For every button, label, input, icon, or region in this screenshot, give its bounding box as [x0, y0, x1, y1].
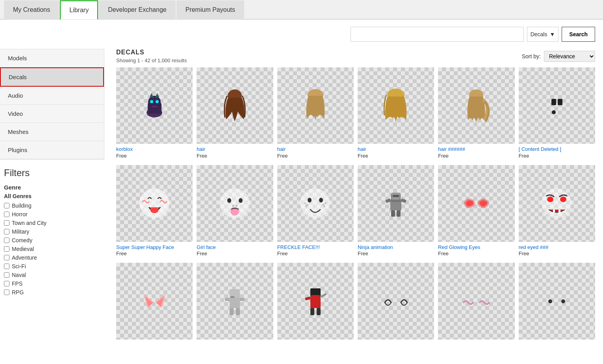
item-price-hair4: Free — [438, 153, 514, 159]
item-card-hair2[interactable]: hair Free — [277, 67, 354, 159]
genre-label-medieval: Medieval — [12, 246, 34, 252]
genre-label-adventure: Adventure — [12, 254, 37, 261]
genre-checkbox-building[interactable] — [4, 203, 9, 208]
thumbnail-hair3 — [358, 67, 434, 144]
item-card-korblox[interactable]: korblox Free — [116, 67, 193, 159]
svg-point-6 — [156, 100, 159, 103]
item-price-hair3: Free — [358, 153, 434, 159]
genre-checkbox-military[interactable] — [4, 229, 9, 234]
item-card-ninja[interactable]: Ninja animation Free — [358, 165, 434, 256]
item-name-hair2: hair — [277, 146, 354, 153]
item-card-hair1[interactable]: hair Free — [197, 67, 273, 159]
genre-item-scifi: Sci-Fi — [4, 263, 100, 269]
item-card-hair4[interactable]: hair ###### Free — [438, 67, 514, 159]
item-card-squint-pink[interactable] — [438, 263, 514, 342]
sidebar-item-decals[interactable]: Decals — [0, 67, 104, 87]
ninja2-image — [302, 284, 329, 318]
genre-checkbox-scifi[interactable] — [4, 264, 9, 269]
item-price-red-eyes: Free — [438, 251, 514, 256]
item-name-content-deleted: [ Content Deleted ] — [519, 146, 595, 153]
item-card-hair3[interactable]: hair Free — [358, 67, 434, 159]
tab-my-creations[interactable]: My Creations — [4, 0, 59, 19]
genre-checkbox-medieval[interactable] — [4, 246, 9, 252]
tab-developer-exchange[interactable]: Developer Exchange — [99, 0, 176, 19]
item-card-ninja2[interactable] — [277, 263, 354, 342]
sidebar-item-audio[interactable]: Audio — [0, 87, 104, 105]
tab-premium-payouts[interactable]: Premium Payouts — [176, 0, 244, 19]
thumbnail-red-eyes — [438, 165, 514, 241]
item-card-cat-ears[interactable] — [116, 263, 193, 342]
svg-point-14 — [552, 110, 556, 114]
item-card-eyes-dots[interactable] — [519, 263, 595, 342]
eyes-dot-image — [545, 92, 569, 119]
ninja-image — [380, 186, 412, 221]
sidebar-item-meshes[interactable]: Meshes — [0, 123, 104, 141]
svg-rect-36 — [391, 210, 395, 217]
svg-rect-12 — [551, 99, 556, 105]
category-select[interactable]: Decals ▼ — [527, 27, 559, 42]
item-card-happy-face[interactable]: Super Super Happy Face Free — [116, 165, 193, 256]
svg-rect-61 — [236, 308, 240, 315]
item-price-happy-face: Free — [116, 251, 193, 256]
item-name-girl-face: Girl face — [197, 244, 273, 251]
genre-checkbox-fps[interactable] — [4, 281, 9, 286]
items-grid-row1: korblox Free hair Free — [116, 67, 595, 159]
svg-point-16 — [150, 208, 158, 213]
item-price-content-deleted: Free — [519, 153, 595, 159]
item-card-eyes-simple[interactable] — [358, 263, 434, 342]
main-layout: Models Decals Audio Video Meshes Plugins… — [0, 49, 603, 350]
genre-checkbox-naval[interactable] — [4, 272, 9, 278]
svg-rect-59 — [230, 298, 240, 308]
thumbnail-content-deleted — [519, 67, 595, 144]
chevron-down-icon: ▼ — [549, 31, 555, 37]
item-card-girl-face[interactable]: Girl face Free — [197, 165, 273, 256]
hair-brown-image — [220, 88, 250, 123]
svg-rect-35 — [393, 195, 399, 197]
squint-pink-image — [460, 292, 493, 311]
item-card-block-figure[interactable] — [197, 263, 273, 342]
genre-checkbox-town-and-city[interactable] — [4, 220, 9, 226]
genre-checkbox-horror[interactable] — [4, 212, 9, 217]
thumbnail-eyes-dots — [519, 263, 595, 339]
sidebar-item-models[interactable]: Models — [0, 49, 104, 67]
item-card-red-eyed-angry[interactable]: red eyed ### Free — [519, 165, 595, 256]
genre-item-fps: FPS — [4, 280, 100, 287]
item-name-red-eyed-angry: red eyed ### — [519, 244, 595, 251]
red-eyed-angry-image — [540, 187, 573, 220]
sort-select[interactable]: Relevance Most Taken Newest Updated — [544, 51, 595, 62]
content-area: DECALS Showing 1 - 42 of 1,000 results S… — [104, 49, 603, 350]
genre-label-horror: Horror — [12, 211, 28, 217]
svg-rect-68 — [317, 308, 321, 315]
svg-point-18 — [227, 198, 231, 203]
top-nav: My Creations Library Developer Exchange … — [0, 0, 603, 19]
genre-label-rpg: RPG — [12, 289, 24, 295]
svg-rect-65 — [305, 297, 311, 301]
item-price-ninja: Free — [358, 251, 434, 256]
item-card-freckle-face[interactable]: FRECKLE FACE!!! Free — [277, 165, 354, 256]
sidebar-item-plugins[interactable]: Plugins — [0, 141, 104, 159]
sidebar: Models Decals Audio Video Meshes Plugins… — [0, 49, 104, 350]
filters-section: Filters Genre All Genres Building Horror… — [0, 160, 104, 302]
genre-checkbox-adventure[interactable] — [4, 255, 9, 260]
svg-point-31 — [324, 206, 325, 207]
svg-rect-37 — [397, 210, 401, 217]
sidebar-item-video[interactable]: Video — [0, 105, 104, 123]
item-name-freckle-face: FRECKLE FACE!!! — [277, 244, 354, 251]
item-card-content-deleted[interactable]: [ Content Deleted ] Free — [519, 67, 595, 159]
genre-checkbox-rpg[interactable] — [4, 290, 9, 295]
svg-point-46 — [542, 188, 571, 218]
item-price-red-eyed-angry: Free — [519, 251, 595, 256]
svg-rect-50 — [558, 210, 560, 213]
genre-label-town-and-city: Town and City — [12, 220, 46, 226]
search-button[interactable]: Search — [562, 27, 595, 42]
item-card-red-eyes[interactable]: Red Glowing Eyes Free — [438, 165, 514, 256]
genre-checkbox-comedy[interactable] — [4, 238, 9, 243]
tab-library[interactable]: Library — [60, 0, 98, 19]
thumbnail-hair4 — [438, 67, 514, 144]
search-input[interactable] — [351, 27, 524, 42]
svg-point-45 — [481, 201, 486, 205]
thumbnail-block-figure — [197, 263, 273, 339]
sidebar-nav: Models Decals Audio Video Meshes Plugins — [0, 49, 104, 160]
svg-point-21 — [236, 205, 237, 206]
genre-item-building: Building — [4, 202, 100, 209]
